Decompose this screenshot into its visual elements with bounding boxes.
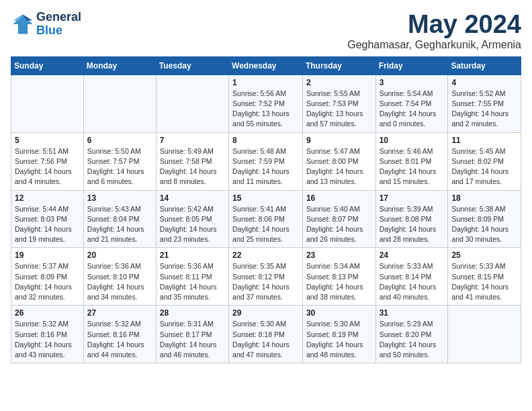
calendar-day: 29Sunrise: 5:30 AMSunset: 8:18 PMDayligh… bbox=[229, 306, 303, 363]
logo-general: General bbox=[36, 11, 81, 24]
day-info: Sunrise: 5:36 AMSunset: 8:11 PMDaylight:… bbox=[160, 261, 225, 302]
day-number: 22 bbox=[232, 250, 299, 260]
day-info: Sunrise: 5:44 AMSunset: 8:03 PMDaylight:… bbox=[15, 204, 80, 245]
day-number: 3 bbox=[380, 78, 445, 87]
calendar-day bbox=[448, 306, 521, 363]
day-number: 21 bbox=[160, 250, 225, 260]
calendar-day: 5Sunrise: 5:51 AMSunset: 7:56 PMDaylight… bbox=[11, 132, 84, 190]
calendar-day: 3Sunrise: 5:54 AMSunset: 7:54 PMDaylight… bbox=[375, 75, 448, 132]
calendar-day: 26Sunrise: 5:32 AMSunset: 8:16 PMDayligh… bbox=[11, 306, 84, 363]
calendar-day: 20Sunrise: 5:36 AMSunset: 8:10 PMDayligh… bbox=[83, 248, 156, 306]
day-number: 31 bbox=[380, 308, 445, 318]
calendar-day: 8Sunrise: 5:48 AMSunset: 7:59 PMDaylight… bbox=[229, 132, 303, 190]
col-wednesday: Wednesday bbox=[229, 56, 303, 75]
calendar-day: 1Sunrise: 5:56 AMSunset: 7:52 PMDaylight… bbox=[229, 75, 303, 132]
calendar-day: 14Sunrise: 5:42 AMSunset: 8:05 PMDayligh… bbox=[156, 190, 228, 248]
day-info: Sunrise: 5:41 AMSunset: 8:06 PMDaylight:… bbox=[232, 204, 299, 245]
day-info: Sunrise: 5:51 AMSunset: 7:56 PMDaylight:… bbox=[15, 146, 80, 187]
svg-marker-0 bbox=[13, 14, 33, 34]
day-number: 27 bbox=[87, 308, 152, 318]
day-info: Sunrise: 5:31 AMSunset: 8:17 PMDaylight:… bbox=[160, 319, 225, 360]
day-number: 24 bbox=[380, 250, 445, 260]
calendar-day: 28Sunrise: 5:31 AMSunset: 8:17 PMDayligh… bbox=[156, 306, 228, 363]
day-number: 2 bbox=[306, 78, 372, 87]
calendar-day: 22Sunrise: 5:35 AMSunset: 8:12 PMDayligh… bbox=[229, 248, 303, 306]
day-info: Sunrise: 5:30 AMSunset: 8:19 PMDaylight:… bbox=[306, 319, 372, 360]
col-thursday: Thursday bbox=[302, 56, 375, 75]
day-number: 28 bbox=[160, 308, 225, 318]
calendar-day: 2Sunrise: 5:55 AMSunset: 7:53 PMDaylight… bbox=[302, 75, 375, 132]
calendar-table: Sunday Monday Tuesday Wednesday Thursday… bbox=[11, 56, 521, 363]
day-info: Sunrise: 5:47 AMSunset: 8:00 PMDaylight:… bbox=[306, 146, 372, 187]
day-info: Sunrise: 5:39 AMSunset: 8:08 PMDaylight:… bbox=[380, 204, 445, 245]
day-number: 15 bbox=[232, 193, 299, 203]
day-info: Sunrise: 5:49 AMSunset: 7:58 PMDaylight:… bbox=[160, 146, 225, 187]
day-number: 8 bbox=[232, 136, 299, 145]
day-number: 17 bbox=[380, 193, 445, 203]
calendar-day: 16Sunrise: 5:40 AMSunset: 8:07 PMDayligh… bbox=[302, 190, 375, 248]
calendar-day: 15Sunrise: 5:41 AMSunset: 8:06 PMDayligh… bbox=[229, 190, 303, 248]
day-info: Sunrise: 5:38 AMSunset: 8:09 PMDaylight:… bbox=[451, 204, 517, 245]
day-number: 25 bbox=[451, 250, 517, 260]
day-info: Sunrise: 5:37 AMSunset: 8:09 PMDaylight:… bbox=[15, 261, 80, 302]
page-header: General Blue May 2024 Geghamasar, Geghar… bbox=[11, 11, 521, 51]
day-info: Sunrise: 5:50 AMSunset: 7:57 PMDaylight:… bbox=[87, 146, 152, 187]
calendar-day: 23Sunrise: 5:34 AMSunset: 8:13 PMDayligh… bbox=[302, 248, 375, 306]
calendar-day: 7Sunrise: 5:49 AMSunset: 7:58 PMDaylight… bbox=[156, 132, 228, 190]
day-number: 11 bbox=[451, 136, 517, 145]
day-number: 29 bbox=[232, 308, 299, 318]
day-number: 23 bbox=[306, 250, 372, 260]
logo-text: General Blue bbox=[36, 11, 81, 38]
col-sunday: Sunday bbox=[11, 56, 84, 75]
day-number: 14 bbox=[160, 193, 225, 203]
calendar-day: 21Sunrise: 5:36 AMSunset: 8:11 PMDayligh… bbox=[156, 248, 228, 306]
calendar-week-3: 12Sunrise: 5:44 AMSunset: 8:03 PMDayligh… bbox=[11, 190, 521, 248]
calendar-day: 19Sunrise: 5:37 AMSunset: 8:09 PMDayligh… bbox=[11, 248, 84, 306]
day-number: 7 bbox=[160, 136, 225, 145]
day-info: Sunrise: 5:43 AMSunset: 8:04 PMDaylight:… bbox=[87, 204, 152, 245]
calendar-day: 13Sunrise: 5:43 AMSunset: 8:04 PMDayligh… bbox=[83, 190, 156, 248]
calendar-day: 24Sunrise: 5:33 AMSunset: 8:14 PMDayligh… bbox=[375, 248, 448, 306]
day-info: Sunrise: 5:32 AMSunset: 8:16 PMDaylight:… bbox=[15, 319, 80, 360]
day-info: Sunrise: 5:42 AMSunset: 8:05 PMDaylight:… bbox=[160, 204, 225, 245]
day-number: 12 bbox=[15, 193, 80, 203]
logo-icon bbox=[11, 12, 35, 36]
calendar-day: 17Sunrise: 5:39 AMSunset: 8:08 PMDayligh… bbox=[375, 190, 448, 248]
day-info: Sunrise: 5:56 AMSunset: 7:52 PMDaylight:… bbox=[232, 89, 299, 130]
day-number: 20 bbox=[87, 250, 152, 260]
calendar-day: 30Sunrise: 5:30 AMSunset: 8:19 PMDayligh… bbox=[302, 306, 375, 363]
col-tuesday: Tuesday bbox=[156, 56, 228, 75]
calendar-week-1: 1Sunrise: 5:56 AMSunset: 7:52 PMDaylight… bbox=[11, 75, 521, 132]
day-number: 19 bbox=[15, 250, 80, 260]
day-info: Sunrise: 5:36 AMSunset: 8:10 PMDaylight:… bbox=[87, 261, 152, 302]
logo: General Blue bbox=[11, 11, 81, 38]
day-number: 13 bbox=[87, 193, 152, 203]
day-number: 1 bbox=[232, 78, 299, 87]
day-number: 5 bbox=[15, 136, 80, 145]
calendar-day: 6Sunrise: 5:50 AMSunset: 7:57 PMDaylight… bbox=[83, 132, 156, 190]
col-monday: Monday bbox=[83, 56, 156, 75]
calendar-day bbox=[156, 75, 228, 132]
day-number: 10 bbox=[380, 136, 445, 145]
calendar-day: 10Sunrise: 5:46 AMSunset: 8:01 PMDayligh… bbox=[375, 132, 448, 190]
day-info: Sunrise: 5:45 AMSunset: 8:02 PMDaylight:… bbox=[451, 146, 517, 187]
calendar-day: 4Sunrise: 5:52 AMSunset: 7:55 PMDaylight… bbox=[448, 75, 521, 132]
calendar-day: 18Sunrise: 5:38 AMSunset: 8:09 PMDayligh… bbox=[448, 190, 521, 248]
day-info: Sunrise: 5:29 AMSunset: 8:20 PMDaylight:… bbox=[380, 319, 445, 360]
calendar-day: 12Sunrise: 5:44 AMSunset: 8:03 PMDayligh… bbox=[11, 190, 84, 248]
day-info: Sunrise: 5:40 AMSunset: 8:07 PMDaylight:… bbox=[306, 204, 372, 245]
day-number: 6 bbox=[87, 136, 152, 145]
day-info: Sunrise: 5:30 AMSunset: 8:18 PMDaylight:… bbox=[232, 319, 299, 360]
day-info: Sunrise: 5:33 AMSunset: 8:14 PMDaylight:… bbox=[380, 261, 445, 302]
day-number: 4 bbox=[451, 78, 517, 87]
day-number: 16 bbox=[306, 193, 372, 203]
col-friday: Friday bbox=[375, 56, 448, 75]
day-info: Sunrise: 5:33 AMSunset: 8:15 PMDaylight:… bbox=[451, 261, 517, 302]
location-title: Geghamasar, Gegharkunik, Armenia bbox=[347, 39, 521, 51]
calendar-day: 31Sunrise: 5:29 AMSunset: 8:20 PMDayligh… bbox=[375, 306, 448, 363]
day-number: 18 bbox=[451, 193, 517, 203]
day-number: 30 bbox=[306, 308, 372, 318]
calendar-day: 27Sunrise: 5:32 AMSunset: 8:16 PMDayligh… bbox=[83, 306, 156, 363]
calendar-week-5: 26Sunrise: 5:32 AMSunset: 8:16 PMDayligh… bbox=[11, 306, 521, 363]
day-number: 9 bbox=[306, 136, 372, 145]
